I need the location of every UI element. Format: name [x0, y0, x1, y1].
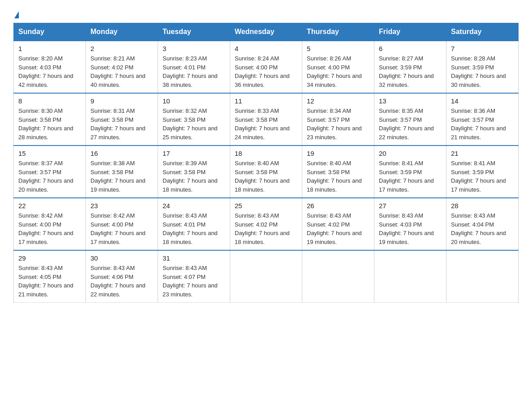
calendar-cell: 19 Sunrise: 8:40 AM Sunset: 3:58 PM Dayl…	[302, 146, 374, 198]
calendar-cell: 14 Sunrise: 8:36 AM Sunset: 3:57 PM Dayl…	[446, 93, 519, 146]
day-number: 9	[90, 97, 153, 105]
day-info: Sunrise: 8:43 AM Sunset: 4:06 PM Dayligh…	[90, 264, 153, 299]
day-number: 23	[90, 202, 153, 210]
calendar-cell: 20 Sunrise: 8:41 AM Sunset: 3:59 PM Dayl…	[374, 146, 446, 198]
day-number: 2	[90, 45, 153, 52]
day-info: Sunrise: 8:43 AM Sunset: 4:07 PM Dayligh…	[163, 264, 225, 299]
day-number: 31	[163, 254, 225, 262]
day-info: Sunrise: 8:42 AM Sunset: 4:00 PM Dayligh…	[18, 211, 81, 246]
calendar-cell: 25 Sunrise: 8:43 AM Sunset: 4:02 PM Dayl…	[230, 198, 302, 250]
calendar-cell: 29 Sunrise: 8:43 AM Sunset: 4:05 PM Dayl…	[14, 250, 86, 303]
day-info: Sunrise: 8:43 AM Sunset: 4:02 PM Dayligh…	[235, 211, 297, 246]
day-info: Sunrise: 8:23 AM Sunset: 4:01 PM Dayligh…	[163, 54, 225, 89]
calendar-header-sunday: Sunday	[14, 23, 86, 41]
calendar-cell: 12 Sunrise: 8:34 AM Sunset: 3:57 PM Dayl…	[302, 93, 374, 146]
day-number: 11	[235, 97, 297, 105]
day-number: 6	[379, 45, 442, 52]
day-info: Sunrise: 8:33 AM Sunset: 3:58 PM Dayligh…	[235, 107, 297, 141]
calendar-header-saturday: Saturday	[446, 23, 519, 41]
day-number: 14	[451, 97, 514, 105]
day-info: Sunrise: 8:41 AM Sunset: 3:59 PM Dayligh…	[379, 159, 442, 194]
day-info: Sunrise: 8:42 AM Sunset: 4:00 PM Dayligh…	[90, 211, 153, 246]
day-info: Sunrise: 8:43 AM Sunset: 4:02 PM Dayligh…	[307, 211, 369, 246]
day-info: Sunrise: 8:27 AM Sunset: 3:59 PM Dayligh…	[379, 54, 442, 89]
day-number: 15	[18, 150, 81, 157]
day-number: 12	[307, 97, 369, 105]
calendar-cell: 7 Sunrise: 8:28 AM Sunset: 3:59 PM Dayli…	[446, 41, 519, 93]
calendar-cell: 8 Sunrise: 8:30 AM Sunset: 3:58 PM Dayli…	[14, 93, 86, 146]
day-number: 1	[18, 45, 81, 52]
calendar-header-friday: Friday	[374, 23, 446, 41]
calendar-cell: 21 Sunrise: 8:41 AM Sunset: 3:59 PM Dayl…	[446, 146, 519, 198]
day-number: 5	[307, 45, 369, 52]
calendar-cell: 17 Sunrise: 8:39 AM Sunset: 3:58 PM Dayl…	[158, 146, 230, 198]
calendar-header-wednesday: Wednesday	[230, 23, 302, 41]
day-info: Sunrise: 8:40 AM Sunset: 3:58 PM Dayligh…	[307, 159, 369, 194]
day-number: 7	[451, 45, 514, 52]
day-number: 3	[163, 45, 225, 52]
calendar-cell: 31 Sunrise: 8:43 AM Sunset: 4:07 PM Dayl…	[158, 250, 230, 303]
calendar-cell: 11 Sunrise: 8:33 AM Sunset: 3:58 PM Dayl…	[230, 93, 302, 146]
calendar-cell: 24 Sunrise: 8:43 AM Sunset: 4:01 PM Dayl…	[158, 198, 230, 250]
calendar-cell	[230, 250, 302, 303]
calendar-cell: 10 Sunrise: 8:32 AM Sunset: 3:58 PM Dayl…	[158, 93, 230, 146]
calendar-cell: 30 Sunrise: 8:43 AM Sunset: 4:06 PM Dayl…	[86, 250, 158, 303]
day-info: Sunrise: 8:20 AM Sunset: 4:03 PM Dayligh…	[18, 54, 81, 89]
calendar-header-tuesday: Tuesday	[158, 23, 230, 41]
calendar-cell	[374, 250, 446, 303]
calendar-cell: 3 Sunrise: 8:23 AM Sunset: 4:01 PM Dayli…	[158, 41, 230, 93]
day-number: 21	[451, 150, 514, 157]
calendar-cell	[302, 250, 374, 303]
day-info: Sunrise: 8:31 AM Sunset: 3:58 PM Dayligh…	[90, 107, 153, 141]
day-info: Sunrise: 8:36 AM Sunset: 3:57 PM Dayligh…	[451, 107, 514, 141]
calendar-week-5: 29 Sunrise: 8:43 AM Sunset: 4:05 PM Dayl…	[14, 250, 519, 303]
day-info: Sunrise: 8:39 AM Sunset: 3:58 PM Dayligh…	[163, 159, 225, 194]
calendar-week-2: 8 Sunrise: 8:30 AM Sunset: 3:58 PM Dayli…	[14, 93, 519, 146]
day-number: 20	[379, 150, 442, 157]
day-info: Sunrise: 8:26 AM Sunset: 4:00 PM Dayligh…	[307, 54, 369, 89]
calendar-cell: 26 Sunrise: 8:43 AM Sunset: 4:02 PM Dayl…	[302, 198, 374, 250]
day-info: Sunrise: 8:43 AM Sunset: 4:03 PM Dayligh…	[379, 211, 442, 246]
day-info: Sunrise: 8:43 AM Sunset: 4:01 PM Dayligh…	[163, 211, 225, 246]
day-number: 29	[18, 254, 81, 262]
calendar-cell: 15 Sunrise: 8:37 AM Sunset: 3:57 PM Dayl…	[14, 146, 86, 198]
day-number: 8	[18, 97, 81, 105]
day-number: 17	[163, 150, 225, 157]
day-info: Sunrise: 8:38 AM Sunset: 3:58 PM Dayligh…	[90, 159, 153, 194]
calendar-cell: 1 Sunrise: 8:20 AM Sunset: 4:03 PM Dayli…	[14, 41, 86, 93]
day-number: 28	[451, 202, 514, 210]
calendar-table: SundayMondayTuesdayWednesdayThursdayFrid…	[13, 23, 519, 303]
calendar-cell: 2 Sunrise: 8:21 AM Sunset: 4:02 PM Dayli…	[86, 41, 158, 93]
calendar-cell: 5 Sunrise: 8:26 AM Sunset: 4:00 PM Dayli…	[302, 41, 374, 93]
day-info: Sunrise: 8:37 AM Sunset: 3:57 PM Dayligh…	[18, 159, 81, 194]
day-number: 30	[90, 254, 153, 262]
day-info: Sunrise: 8:35 AM Sunset: 3:57 PM Dayligh…	[379, 107, 442, 141]
day-info: Sunrise: 8:21 AM Sunset: 4:02 PM Dayligh…	[90, 54, 153, 89]
calendar-cell: 18 Sunrise: 8:40 AM Sunset: 3:58 PM Dayl…	[230, 146, 302, 198]
day-info: Sunrise: 8:34 AM Sunset: 3:57 PM Dayligh…	[307, 107, 369, 141]
calendar-cell: 13 Sunrise: 8:35 AM Sunset: 3:57 PM Dayl…	[374, 93, 446, 146]
day-number: 16	[90, 150, 153, 157]
day-info: Sunrise: 8:24 AM Sunset: 4:00 PM Dayligh…	[235, 54, 297, 89]
day-info: Sunrise: 8:32 AM Sunset: 3:58 PM Dayligh…	[163, 107, 225, 141]
calendar-header-row: SundayMondayTuesdayWednesdayThursdayFrid…	[14, 23, 519, 41]
calendar-cell: 27 Sunrise: 8:43 AM Sunset: 4:03 PM Dayl…	[374, 198, 446, 250]
calendar-cell: 22 Sunrise: 8:42 AM Sunset: 4:00 PM Dayl…	[14, 198, 86, 250]
day-info: Sunrise: 8:28 AM Sunset: 3:59 PM Dayligh…	[451, 54, 514, 89]
day-number: 13	[379, 97, 442, 105]
calendar-week-1: 1 Sunrise: 8:20 AM Sunset: 4:03 PM Dayli…	[14, 41, 519, 93]
day-info: Sunrise: 8:41 AM Sunset: 3:59 PM Dayligh…	[451, 159, 514, 194]
calendar-header-thursday: Thursday	[302, 23, 374, 41]
calendar-cell: 9 Sunrise: 8:31 AM Sunset: 3:58 PM Dayli…	[86, 93, 158, 146]
day-number: 22	[18, 202, 81, 210]
calendar-week-3: 15 Sunrise: 8:37 AM Sunset: 3:57 PM Dayl…	[14, 146, 519, 198]
day-number: 27	[379, 202, 442, 210]
logo	[13, 9, 19, 18]
day-info: Sunrise: 8:30 AM Sunset: 3:58 PM Dayligh…	[18, 107, 81, 141]
calendar-cell	[446, 250, 519, 303]
calendar-week-4: 22 Sunrise: 8:42 AM Sunset: 4:00 PM Dayl…	[14, 198, 519, 250]
day-number: 24	[163, 202, 225, 210]
calendar-cell: 28 Sunrise: 8:43 AM Sunset: 4:04 PM Dayl…	[446, 198, 519, 250]
calendar-cell: 4 Sunrise: 8:24 AM Sunset: 4:00 PM Dayli…	[230, 41, 302, 93]
calendar-cell: 23 Sunrise: 8:42 AM Sunset: 4:00 PM Dayl…	[86, 198, 158, 250]
